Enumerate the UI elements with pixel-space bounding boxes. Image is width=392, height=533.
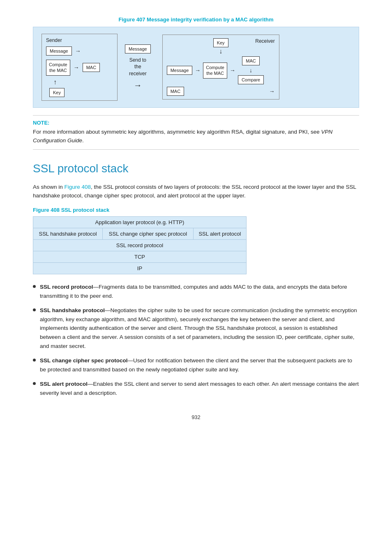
bullet-text-4: SSL alert protocol—Enables the SSL clien…: [40, 380, 359, 397]
receiver-message-box: Message: [167, 66, 193, 75]
receiver-compare-box: Compare: [238, 75, 264, 84]
table-row-app-layer: Application layer protocol (e.g. HTTP): [33, 216, 247, 228]
bullet-text-3: SSL change cipher spec protocol—Used for…: [40, 356, 359, 374]
ssl-protocol-table: Application layer protocol (e.g. HTTP) S…: [33, 216, 247, 274]
mid-section: Message Send to the receiver →: [125, 44, 151, 90]
fig407-caption: Figure 407 Message integrity verificatio…: [33, 16, 359, 23]
table-row-tcp: TCP: [33, 251, 247, 262]
arrow-right-r2: →: [230, 67, 235, 74]
sender-label: Sender: [46, 37, 113, 43]
send-to-label: Send to the receiver: [129, 57, 147, 77]
note-section: NOTE: For more information about symmetr…: [33, 115, 359, 150]
sender-box: Sender Message → Compute the MAC → MAC ↑…: [42, 34, 118, 101]
bullet-text-2: SSL handshake protocol—Negotiates the ci…: [40, 306, 359, 350]
section-intro: As shown in Figure 408As shown in Figure…: [33, 183, 359, 200]
sender-compute-box: Compute the MAC: [46, 60, 70, 76]
receiver-label: Receiver: [255, 38, 274, 44]
note-label: NOTE:: [33, 120, 359, 126]
arrow-right-r3: →: [269, 88, 275, 95]
bullet-dot-2: [33, 308, 36, 311]
bullet-list: SSL record protocol—Fragments data to be…: [33, 283, 359, 398]
sender-key-box: Key: [49, 88, 65, 97]
arrow-right-mid: →: [134, 81, 142, 90]
section-heading: SSL protocol stack: [33, 162, 359, 175]
list-item-ssl-alert: SSL alert protocol—Enables the SSL clien…: [33, 380, 359, 397]
mac-diagram: Sender Message → Compute the MAC → MAC ↑…: [33, 27, 359, 108]
list-item-ssl-change: SSL change cipher spec protocol—Used for…: [33, 356, 359, 374]
receiver-mac-bottom-box: MAC: [167, 87, 184, 96]
table-row-ip: IP: [33, 262, 247, 274]
sender-mac-box: MAC: [83, 63, 100, 72]
mid-message-box: Message: [125, 44, 151, 53]
list-item-ssl-handshake: SSL handshake protocol—Negotiates the ci…: [33, 306, 359, 350]
arrow-down-r: ↓: [249, 67, 252, 74]
bullet-dot-3: [33, 359, 36, 362]
arrow-right-r1: →: [195, 67, 201, 74]
receiver-mac-top-box: MAC: [242, 56, 259, 65]
fig408-link[interactable]: Figure 408: [65, 184, 91, 190]
sender-message-box: Message: [46, 46, 72, 56]
fig408-caption: Figure 408 SSL protocol stack: [33, 207, 359, 213]
bullet-dot-4: [33, 382, 36, 385]
table-row-ssl-record: SSL record protocol: [33, 239, 247, 251]
receiver-key-box: Key: [213, 38, 228, 47]
table-row-ssl-upper: SSL handshake protocol SSL change cipher…: [33, 228, 247, 239]
receiver-box: Receiver Key ↓ Message → Compute the MAC…: [162, 35, 279, 100]
arrow-right-2: →: [74, 64, 79, 71]
receiver-compute-box: Compute the MAC: [203, 63, 227, 79]
page-number: 932: [33, 414, 359, 420]
bullet-text-1: SSL record protocol—Fragments data to be…: [40, 283, 359, 300]
note-text: For more information about symmetric key…: [33, 127, 359, 145]
list-item-ssl-record: SSL record protocol—Fragments data to be…: [33, 283, 359, 300]
arrow-right-1: →: [75, 48, 81, 54]
bullet-dot-1: [33, 285, 36, 288]
